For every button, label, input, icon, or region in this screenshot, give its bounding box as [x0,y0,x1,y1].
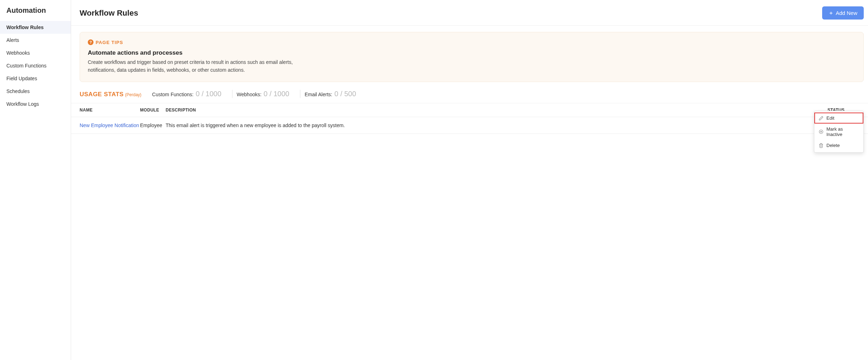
page-tips-panel: ? PAGE TIPS Automate actions and process… [80,32,864,82]
dropdown-edit-label: Edit [826,115,834,121]
col-header-description: DESCRIPTION [166,108,827,113]
dropdown-delete[interactable]: Delete [814,140,863,151]
table-header-row: NAME MODULE DESCRIPTION STATUS [71,103,868,117]
sidebar-item-field-updates[interactable]: Field Updates [0,72,71,85]
row-actions-dropdown: Edit Mark as Inactive Delete [814,111,864,153]
stat-webhooks-label: Webhooks: [237,92,262,97]
circle-x-icon [819,129,824,134]
table-row: New Employee Notification Employee This … [71,117,868,134]
tips-label: PAGE TIPS [96,40,123,45]
sidebar-item-custom-functions[interactable]: Custom Functions [0,59,71,72]
tips-title: Automate actions and processes [88,49,856,56]
usage-stats-title: USAGE STATS [80,91,124,98]
row-name-link[interactable]: New Employee Notification [80,122,140,128]
stat-email-alerts-value: 0 / 500 [334,90,356,98]
stat-custom-functions-value: 0 / 1000 [196,90,221,98]
usage-stats-per: (Perday) [125,92,141,97]
sidebar-item-schedules[interactable]: Schedules [0,85,71,98]
add-new-button[interactable]: Add New [822,6,864,20]
question-icon: ? [88,39,93,45]
row-description: This email alert is triggered when a new… [166,122,827,128]
sidebar-item-webhooks[interactable]: Webhooks [0,47,71,59]
row-module: Employee [140,122,166,128]
page-title: Workflow Rules [80,9,138,18]
col-header-name: NAME [80,108,140,113]
col-header-module: MODULE [140,108,166,113]
dropdown-inactive-label: Mark as Inactive [826,126,859,137]
sidebar: Automation Workflow Rules Alerts Webhook… [0,0,71,360]
stat-custom-functions-label: Custom Functions: [152,92,194,97]
dropdown-delete-label: Delete [826,143,840,148]
sidebar-item-alerts[interactable]: Alerts [0,34,71,47]
sidebar-item-workflow-logs[interactable]: Workflow Logs [0,98,71,110]
dropdown-mark-inactive[interactable]: Mark as Inactive [814,124,863,140]
page-header: Workflow Rules Add New [71,0,868,26]
pencil-icon [819,116,824,121]
dropdown-edit[interactable]: Edit [814,113,863,124]
plus-icon [829,11,834,16]
trash-icon [819,143,824,148]
usage-stats-bar: USAGE STATS (Perday) Custom Functions: 0… [71,82,868,103]
main-content: Workflow Rules Add New ? PAGE TIPS Autom… [71,0,868,360]
stat-email-alerts-label: Email Alerts: [305,92,332,97]
sidebar-item-workflow-rules[interactable]: Workflow Rules [0,21,71,34]
add-new-label: Add New [836,10,857,16]
sidebar-title: Automation [0,6,71,21]
stat-webhooks-value: 0 / 1000 [264,90,289,98]
tips-description: Create workflows and trigger based on pr… [88,59,308,74]
